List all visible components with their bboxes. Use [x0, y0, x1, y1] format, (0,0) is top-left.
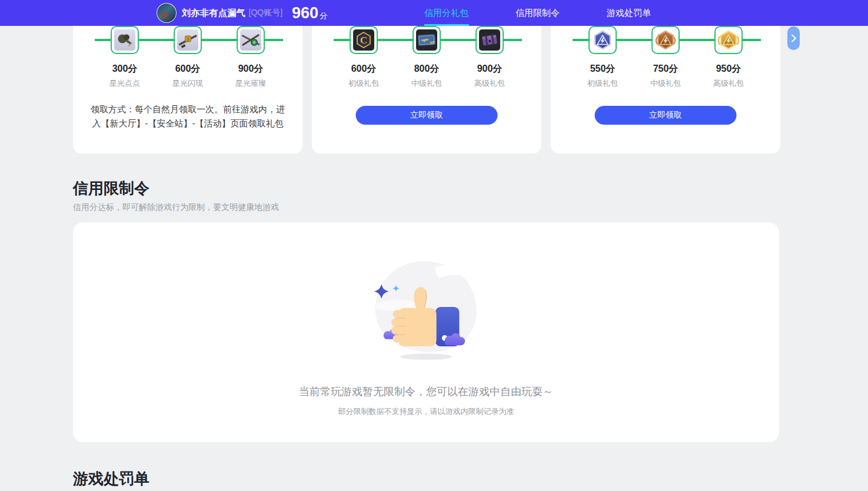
nav-tabs: 信用分礼包 信用限制令 游戏处罚单: [401, 0, 674, 26]
gift-card-packs: C 600分 初级礼包 XP: [312, 26, 541, 153]
weapon-skin-2-icon: [174, 26, 202, 54]
milestone-score: 600分: [175, 63, 201, 75]
tab-credit-restrictions[interactable]: 信用限制令: [492, 0, 583, 26]
milestone-name: 初级礼包: [348, 78, 379, 89]
milestone-score: 950分: [716, 63, 741, 75]
gift-cards-row: 300分 星光点点 600分 星光闪现: [73, 26, 780, 153]
milestones: 550分 初级礼包 750分: [551, 26, 780, 114]
milestone: 900分 高级礼包: [469, 26, 510, 89]
claim-instructions-line1: 领取方式：每个自然月领取一次。前往游戏内，进: [91, 104, 285, 114]
svg-text:XP: XP: [430, 41, 435, 45]
milestone-score: 550分: [590, 63, 616, 75]
claim-button[interactable]: 立即领取: [356, 106, 498, 125]
thumbs-up-illustration: [364, 254, 488, 366]
claim-instructions-line2: 入【新大厅】-【安全站】-【活动】页面领取礼包: [92, 118, 284, 128]
weapon-skin-3-icon: [237, 26, 265, 54]
milestone: 550分 初级礼包: [582, 26, 623, 89]
claim-instructions: 领取方式：每个自然月领取一次。前往游戏内，进 入【新大厅】-【安全站】-【活动】…: [79, 102, 297, 131]
tab-game-punishments[interactable]: 游戏处罚单: [583, 0, 674, 26]
milestones: 300分 星光点点 600分 星光闪现: [73, 26, 302, 114]
svg-text:C: C: [360, 35, 367, 46]
credit-score-value: 960: [292, 4, 318, 22]
milestone-name: 星光点点: [109, 78, 140, 89]
purple-crate-icon: [475, 26, 504, 54]
credit-score: 960 分: [292, 4, 327, 22]
claim-button[interactable]: 立即领取: [595, 106, 737, 125]
milestone-score: 600分: [351, 63, 377, 75]
milestone-name: 初级礼包: [587, 78, 618, 89]
milestones: C 600分 初级礼包 XP: [312, 26, 541, 114]
gold-lightning-badge-icon: [714, 26, 743, 54]
milestone: 750分 中级礼包: [645, 26, 686, 89]
milestone: 900分 星光璀璨: [230, 26, 271, 89]
tab-label: 游戏处罚单: [607, 8, 651, 18]
milestone-score: 900分: [238, 63, 264, 75]
username: 刘亦非有点漏气: [182, 8, 246, 19]
milestone-name: 中级礼包: [411, 78, 442, 89]
milestone: 600分 星光闪现: [167, 26, 208, 89]
tab-label: 信用分礼包: [424, 8, 468, 18]
milestone: 950分 高级礼包: [708, 26, 749, 89]
restriction-data-note: 部分限制数据不支持显示，请以游戏内限制记录为准: [73, 406, 779, 417]
gold-c-coin-icon: C: [350, 26, 378, 54]
milestone-name: 高级礼包: [713, 78, 744, 89]
tab-credit-gift-packages[interactable]: 信用分礼包: [401, 0, 492, 26]
milestone-score: 900分: [477, 63, 503, 75]
user-info: 刘亦非有点漏气 [QQ账号] 960 分: [157, 0, 327, 26]
milestone-name: 高级礼包: [474, 78, 505, 89]
milestone-name: 星光闪现: [172, 78, 203, 89]
milestone-score: 800分: [414, 63, 440, 75]
restriction-section-subtitle: 信用分达标，即可解除游戏行为限制，要文明健康地游戏: [73, 202, 279, 213]
top-navbar: 刘亦非有点漏气 [QQ账号] 960 分 信用分礼包 信用限制令 游戏处罚单: [0, 0, 868, 26]
weapon-skin-1-icon: [111, 26, 139, 54]
milestone: XP 800分 中级礼包: [406, 26, 447, 89]
no-restriction-message: 当前常玩游戏暂无限制令，您可以在游戏中自由玩耍～: [73, 385, 779, 399]
chevron-right-icon: [791, 34, 797, 42]
milestone-score: 300分: [112, 63, 138, 75]
tab-label: 信用限制令: [516, 8, 560, 18]
restriction-card: 当前常玩游戏暂无限制令，您可以在游戏中自由玩耍～ 部分限制数据不支持显示，请以游…: [73, 222, 779, 442]
restriction-section-title: 信用限制令: [73, 178, 149, 199]
punishment-section-title: 游戏处罚单: [73, 469, 149, 489]
account-type-label: [QQ账号]: [249, 8, 283, 18]
gift-card-starlight: 300分 星光点点 600分 星光闪现: [73, 26, 302, 153]
milestone-name: 中级礼包: [650, 78, 681, 89]
gift-card-badges: 550分 初级礼包 750分: [551, 26, 780, 153]
avatar: [157, 3, 177, 23]
milestone-score: 750分: [653, 63, 679, 75]
blue-lightning-badge-icon: [588, 26, 617, 54]
milestone: C 600分 初级礼包: [343, 26, 384, 89]
carousel-next-button[interactable]: [787, 26, 800, 50]
milestone-name: 星光璀璨: [235, 78, 266, 89]
milestone: 300分 星光点点: [104, 26, 145, 89]
bronze-lightning-badge-icon: [651, 26, 680, 54]
credit-score-unit: 分: [320, 11, 327, 21]
active-tab-underline: [424, 24, 469, 26]
xp-weapon-card-icon: XP: [413, 26, 441, 54]
